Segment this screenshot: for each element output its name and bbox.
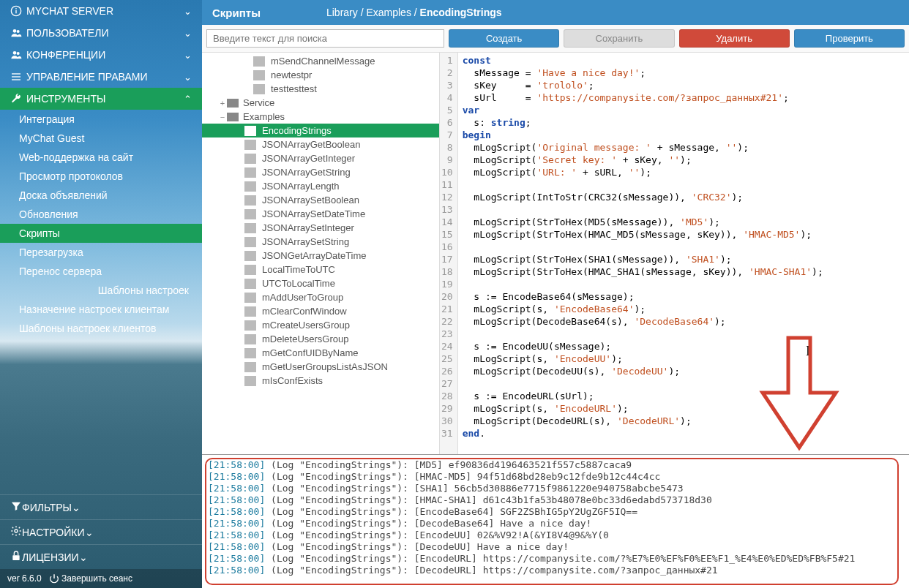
file-icon: [244, 195, 256, 206]
script-tree[interactable]: mSendChannelMessagenewtestprtesttesttest…: [202, 53, 440, 454]
chevron-down-icon: ⌄: [79, 551, 88, 563]
nav-mychat-server[interactable]: MYCHAT SERVER⌄: [0, 0, 202, 22]
sidebar-item-интеграция[interactable]: Интеграция: [0, 110, 202, 129]
svg-point-5: [13, 51, 17, 55]
code-content[interactable]: const sMessage = 'Have a nice day!'; sKe…: [458, 53, 828, 454]
sidebar-templates-link[interactable]: Шаблоны настроек: [0, 281, 202, 300]
sidebar-item-перезагрузка[interactable]: Перезагрузка: [0, 243, 202, 262]
tree-file[interactable]: mCreateUsersGroup: [202, 318, 439, 332]
tree-file[interactable]: EncodingStrings: [202, 124, 439, 137]
tree-file[interactable]: LocalTimeToUTC: [202, 263, 439, 276]
create-button[interactable]: Создать: [449, 29, 559, 48]
search-input[interactable]: [206, 29, 444, 48]
wrench-icon: [10, 93, 26, 105]
users-icon: [10, 49, 26, 61]
sidebar-item-скрипты[interactable]: Скрипты: [0, 224, 202, 243]
sidebar-item-mychat-guest[interactable]: MyChat Guest: [0, 129, 202, 148]
file-icon: [244, 126, 256, 136]
nav-label: ФИЛЬТРЫ: [22, 502, 72, 513]
expand-icon[interactable]: −: [218, 113, 227, 121]
sidebar-footer: ver 6.6.0 Завершить сеанс: [0, 569, 202, 588]
tree-file[interactable]: JSONArrayGetString: [202, 165, 439, 179]
file-icon: [244, 265, 256, 275]
nav-label: ИНСТРУМЕНТЫ: [26, 93, 105, 105]
save-button[interactable]: Сохранить: [564, 29, 674, 48]
folder-icon: [227, 99, 239, 108]
gear-icon: [10, 525, 22, 539]
file-icon: [244, 348, 256, 358]
tree-file[interactable]: testtesttest: [202, 82, 439, 96]
sidebar-item-шаблоны-настроек-клиентов[interactable]: Шаблоны настроек клиентов: [0, 319, 202, 338]
tree-folder[interactable]: + Service: [202, 96, 439, 110]
sidebar-item-просмотр-протоколов[interactable]: Просмотр протоколов: [0, 167, 202, 186]
sidebar-item-назначение-настроек-клиентам[interactable]: Назначение настроек клиентам: [0, 300, 202, 319]
log-line: [21:58:00] (Log "EncodingStrings"): [SHA…: [208, 483, 903, 494]
tree-file[interactable]: newtestpr: [202, 68, 439, 82]
svg-point-3: [13, 29, 17, 33]
nav-label: НАСТРОЙКИ: [22, 527, 85, 538]
tree-file[interactable]: JSONGetArrayDateTime: [202, 249, 439, 263]
log-panel[interactable]: [21:58:00] (Log "EncodingStrings"): [MD5…: [202, 455, 909, 588]
tree-file[interactable]: UTCToLocalTime: [202, 276, 439, 290]
nav-label: КОНФЕРЕНЦИИ: [26, 49, 105, 61]
tree-file[interactable]: JSONArraySetDateTime: [202, 207, 439, 221]
tree-file[interactable]: JSONArrayGetInteger: [202, 151, 439, 165]
tree-file[interactable]: mGetConfUIDByName: [202, 346, 439, 360]
file-icon: [244, 362, 256, 372]
sidebar-item-web-поддержка-на-сайт[interactable]: Web-поддержка на сайт: [0, 148, 202, 167]
svg-rect-1: [15, 10, 16, 14]
svg-rect-7: [12, 73, 20, 74]
breadcrumb: Library / Examples / EncodingStrings: [326, 7, 502, 18]
tree-file[interactable]: mGetUserGroupsListAsJSON: [202, 360, 439, 374]
tree-file[interactable]: mSendChannelMessage: [202, 54, 439, 68]
tree-file[interactable]: mIsConfExists: [202, 374, 439, 388]
sidebar-item-доска-объявлений[interactable]: Доска объявлений: [0, 186, 202, 205]
code-editor[interactable]: 1234567891011121314151617181920212223242…: [440, 53, 909, 454]
file-icon: [244, 376, 256, 386]
log-line: [21:58:00] (Log "EncodingStrings"): [Enc…: [208, 553, 903, 565]
info-icon: [10, 5, 26, 17]
delete-button[interactable]: Удалить: [679, 29, 790, 48]
nav-управление-правами[interactable]: УПРАВЛЕНИЕ ПРАВАМИ⌄: [0, 66, 202, 88]
tree-file[interactable]: mDeleteUsersGroup: [202, 332, 439, 346]
expand-icon[interactable]: +: [218, 99, 227, 108]
nav-настройки[interactable]: НАСТРОЙКИ⌄: [0, 519, 202, 544]
nav-лицензии[interactable]: ЛИЦЕНЗИИ⌄: [0, 544, 202, 569]
nav-пользователи[interactable]: ПОЛЬЗОВАТЕЛИ⌄: [0, 22, 202, 44]
topbar: Скрипты Library / Examples / EncodingStr…: [202, 0, 909, 25]
sidebar-item-перенос-сервера[interactable]: Перенос сервера: [0, 262, 202, 281]
file-icon: [244, 181, 256, 192]
sidebar: MYCHAT SERVER⌄ПОЛЬЗОВАТЕЛИ⌄КОНФЕРЕНЦИИ⌄У…: [0, 0, 202, 588]
file-icon: [244, 251, 256, 261]
crumb-examples[interactable]: Examples: [366, 7, 411, 18]
log-line: [21:58:00] (Log "EncodingStrings"): [Dec…: [208, 541, 903, 553]
file-icon: [253, 56, 265, 67]
tree-file[interactable]: JSONArraySetBoolean: [202, 193, 439, 207]
crumb-library[interactable]: Library: [326, 7, 358, 18]
nav-инструменты[interactable]: ИНСТРУМЕНТЫ⌃: [0, 88, 202, 110]
line-gutter: 1234567891011121314151617181920212223242…: [440, 53, 458, 454]
sidebar-item-обновления[interactable]: Обновления: [0, 205, 202, 224]
nav-конференции[interactable]: КОНФЕРЕНЦИИ⌄: [0, 44, 202, 66]
tree-file[interactable]: JSONArrayLength: [202, 179, 439, 193]
filter-icon: [10, 500, 22, 514]
chevron-down-icon: ⌄: [184, 50, 192, 61]
svg-rect-2: [15, 8, 16, 9]
svg-rect-9: [12, 79, 20, 80]
tree-file[interactable]: JSONArraySetString: [202, 235, 439, 249]
tree-folder[interactable]: − Examples: [202, 110, 439, 124]
check-button[interactable]: Проверить: [794, 29, 905, 48]
tree-file[interactable]: JSONArraySetInteger: [202, 221, 439, 235]
logout-button[interactable]: Завершить сеанс: [49, 573, 132, 584]
file-icon: [244, 279, 256, 289]
tree-file[interactable]: mAddUserToGroup: [202, 290, 439, 304]
chevron-up-icon: ⌃: [184, 94, 192, 105]
nav-фильтры[interactable]: ФИЛЬТРЫ⌄: [0, 494, 202, 519]
file-icon: [244, 209, 256, 219]
nav-label: ПОЛЬЗОВАТЕЛИ: [26, 27, 108, 39]
tree-file[interactable]: mClearConfWindow: [202, 304, 439, 318]
tree-file[interactable]: JSONArrayGetBoolean: [202, 137, 439, 151]
file-icon: [244, 140, 256, 150]
nav-label: УПРАВЛЕНИЕ ПРАВАМИ: [26, 71, 148, 83]
chevron-down-icon: ⌄: [85, 527, 94, 538]
